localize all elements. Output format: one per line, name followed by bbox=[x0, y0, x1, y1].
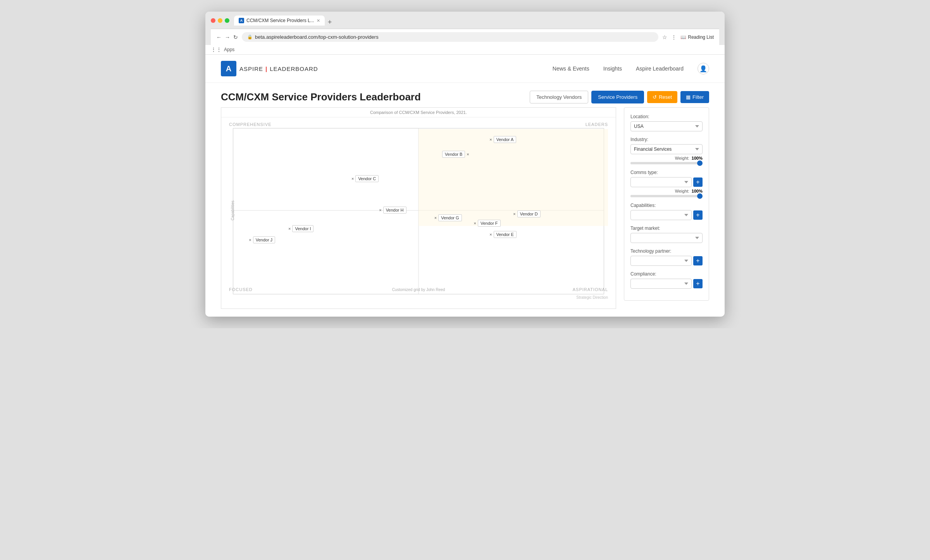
filter-industry-section: Industry: Financial Services Healthcare … bbox=[630, 137, 703, 164]
weight1-label: Weight: bbox=[675, 156, 689, 160]
logo-text: ASPIRE | LEADERBOARD bbox=[239, 65, 318, 72]
tab-title: CCM/CXM Service Providers L... bbox=[246, 18, 314, 23]
vendor-d-point[interactable]: × Vendor D bbox=[513, 210, 540, 217]
vendor-h-point[interactable]: × Vendor H bbox=[379, 207, 406, 214]
site-logo[interactable]: A ASPIRE | LEADERBOARD bbox=[221, 61, 318, 76]
weight1-slider[interactable] bbox=[630, 162, 703, 164]
weight2-label: Weight: bbox=[675, 189, 689, 193]
vendor-e-point[interactable]: × Vendor E bbox=[489, 231, 517, 238]
filter-target-section: Target market: bbox=[630, 226, 703, 243]
address-bar[interactable]: 🔒 beta.aspireleaderboard.com/top-cxm-sol… bbox=[242, 32, 658, 42]
traffic-light-green[interactable] bbox=[225, 18, 229, 23]
technology-vendors-button[interactable]: Technology Vendors bbox=[530, 91, 588, 103]
chart-container: Comparison of CCM/CXM Service Providers,… bbox=[221, 107, 616, 309]
nav-aspire-leaderboard[interactable]: Aspire Leaderboard bbox=[636, 65, 684, 72]
weight1-value: 100% bbox=[692, 156, 703, 160]
chart-subtitle: Comparison of CCM/CXM Service Providers,… bbox=[221, 108, 616, 117]
comms-label: Comms type: bbox=[630, 170, 703, 175]
filter-capabilities-section: Capabilities: + bbox=[630, 203, 703, 220]
target-select[interactable] bbox=[630, 233, 703, 243]
compliance-label: Compliance: bbox=[630, 271, 703, 277]
industry-select[interactable]: Financial Services Healthcare Insurance … bbox=[630, 144, 703, 154]
toolbar-buttons: Technology Vendors Service Providers ↺ R… bbox=[530, 91, 709, 103]
label-aspirational: ASPIRATIONAL bbox=[573, 287, 608, 292]
url-text: beta.aspireleaderboard.com/top-cxm-solut… bbox=[255, 34, 379, 40]
target-label: Target market: bbox=[630, 226, 703, 231]
reading-list-icon: 📖 bbox=[680, 34, 686, 40]
apps-bar: ⋮⋮ Apps bbox=[205, 45, 725, 55]
weight2-value: 100% bbox=[692, 189, 703, 193]
vendor-a-point[interactable]: × Vendor A bbox=[489, 136, 516, 143]
main-area: Comparison of CCM/CXM Service Providers,… bbox=[205, 107, 725, 317]
filter-icon: ▦ bbox=[686, 94, 691, 100]
weight2-slider[interactable] bbox=[630, 195, 703, 197]
back-button[interactable]: ← bbox=[216, 34, 222, 40]
location-select[interactable]: USA Europe Asia Global bbox=[630, 121, 703, 131]
vendor-b-point[interactable]: Vendor B × bbox=[442, 151, 469, 158]
strategic-direction-label: Strategic Direction bbox=[576, 295, 608, 300]
refresh-button[interactable]: ↻ bbox=[233, 34, 238, 40]
tech-select[interactable] bbox=[630, 256, 692, 266]
filter-compliance-section: Compliance: + bbox=[630, 271, 703, 289]
vendor-i-point[interactable]: × Vendor I bbox=[288, 225, 313, 232]
more-options-icon[interactable]: ⋮ bbox=[671, 34, 677, 40]
filter-tech-section: Technology partner: + bbox=[630, 248, 703, 266]
browser-tab[interactable]: A CCM/CXM Service Providers L... ✕ bbox=[234, 16, 325, 26]
compliance-select[interactable] bbox=[630, 279, 692, 289]
site-header: A ASPIRE | LEADERBOARD News & Events Ins… bbox=[205, 55, 725, 83]
capabilities-add-button[interactable]: + bbox=[693, 210, 703, 220]
filter-comms-section: Comms type: + Weight: 100% bbox=[630, 170, 703, 197]
apps-grid-icon: ⋮⋮ bbox=[211, 47, 222, 53]
y-axis-label: Capabilities bbox=[231, 200, 235, 221]
traffic-light-red[interactable] bbox=[211, 18, 215, 23]
capabilities-select[interactable] bbox=[630, 210, 692, 220]
location-label: Location: bbox=[630, 114, 703, 119]
label-leaders: LEADERS bbox=[586, 122, 608, 127]
tab-favicon: A bbox=[239, 18, 244, 23]
customized-label: Customized grid by John Reed bbox=[392, 288, 445, 292]
forward-button[interactable]: → bbox=[225, 34, 230, 40]
user-icon[interactable]: 👤 bbox=[698, 63, 709, 74]
vendor-j-point[interactable]: × Vendor J bbox=[249, 236, 275, 243]
compliance-add-button[interactable]: + bbox=[693, 279, 703, 288]
apps-label: Apps bbox=[224, 47, 234, 52]
tech-label: Technology partner: bbox=[630, 248, 703, 254]
nav-news-events[interactable]: News & Events bbox=[553, 65, 589, 72]
vendor-c-point[interactable]: × Vendor C bbox=[351, 175, 379, 182]
comms-add-button[interactable]: + bbox=[693, 177, 703, 187]
lock-icon: 🔒 bbox=[247, 34, 253, 40]
new-tab-button[interactable]: + bbox=[325, 19, 335, 26]
industry-label: Industry: bbox=[630, 137, 703, 142]
comms-select[interactable] bbox=[630, 177, 692, 187]
label-focused: FOCUSED bbox=[229, 287, 253, 292]
nav-insights[interactable]: Insights bbox=[603, 65, 622, 72]
page-title: CCM/CXM Service Providers Leaderboard bbox=[221, 91, 421, 103]
chart-inner: COMPREHENSIVE LEADERS FOCUSED ASPIRATION… bbox=[221, 117, 616, 303]
logo-mark: A bbox=[221, 61, 236, 76]
service-providers-button[interactable]: Service Providers bbox=[591, 91, 644, 103]
filter-location-section: Location: USA Europe Asia Global bbox=[630, 114, 703, 131]
capabilities-label: Capabilities: bbox=[630, 203, 703, 208]
bookmark-icon[interactable]: ☆ bbox=[662, 34, 667, 40]
vendor-f-point[interactable]: × Vendor F bbox=[474, 220, 501, 227]
reset-button[interactable]: ↺ Reset bbox=[647, 91, 677, 103]
page-title-section: CCM/CXM Service Providers Leaderboard Te… bbox=[205, 83, 725, 107]
filter-button[interactable]: ▦ Filter bbox=[680, 91, 709, 103]
filter-panel: Location: USA Europe Asia Global Industr… bbox=[624, 107, 709, 301]
tech-add-button[interactable]: + bbox=[693, 256, 703, 265]
reset-icon: ↺ bbox=[653, 94, 657, 100]
label-comprehensive: COMPREHENSIVE bbox=[229, 122, 272, 127]
vendor-g-point[interactable]: × Vendor G bbox=[434, 214, 462, 221]
tab-close-button[interactable]: ✕ bbox=[317, 18, 320, 23]
reading-list-button[interactable]: 📖 Reading List bbox=[680, 34, 714, 40]
traffic-light-yellow[interactable] bbox=[218, 18, 222, 23]
reading-list-label: Reading List bbox=[688, 34, 714, 40]
site-nav: News & Events Insights Aspire Leaderboar… bbox=[553, 63, 709, 74]
